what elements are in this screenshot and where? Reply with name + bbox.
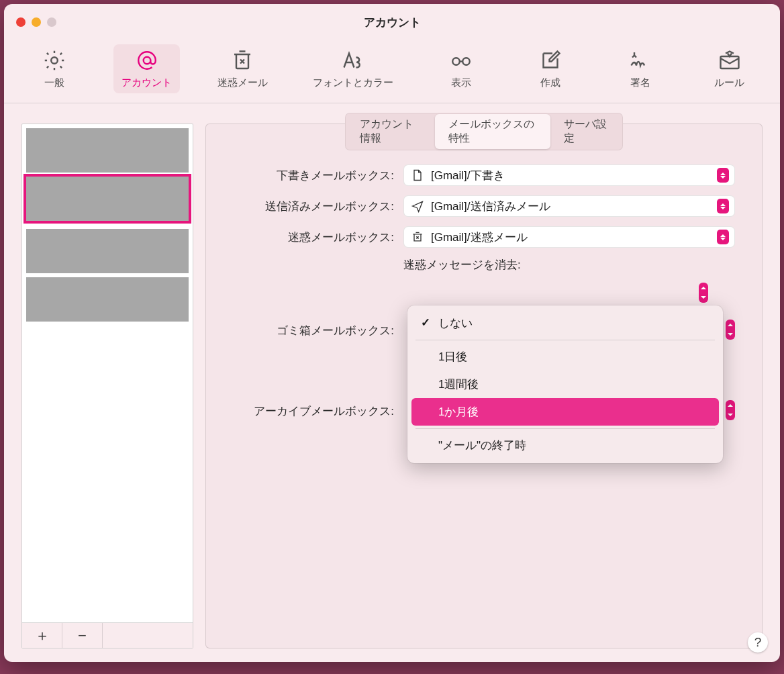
- sent-popup[interactable]: [Gmail]/送信済みメール: [403, 195, 735, 217]
- sidebar-footer-spacer: [103, 623, 193, 648]
- tab-account-info[interactable]: アカウント情報: [346, 114, 435, 149]
- toolbar-composing[interactable]: 作成: [520, 44, 581, 93]
- help-button[interactable]: ?: [748, 632, 768, 653]
- signature-icon: [628, 48, 652, 73]
- account-row[interactable]: [26, 177, 189, 221]
- menu-item-1week[interactable]: 1週間後: [411, 371, 719, 398]
- toolbar-label: ルール: [714, 77, 744, 89]
- svg-point-0: [51, 57, 58, 64]
- gear-icon: [42, 48, 66, 73]
- svg-point-1: [144, 57, 151, 64]
- toolbar-junk[interactable]: 迷惑メール: [209, 44, 276, 93]
- account-row[interactable]: [26, 229, 189, 273]
- tab-mailbox-behaviors[interactable]: メールボックスの特性: [435, 114, 550, 149]
- menu-item-never[interactable]: しない: [411, 309, 719, 337]
- account-tabs: アカウント情報 メールボックスの特性 サーバ設定: [345, 113, 623, 150]
- chevron-updown-icon: [717, 168, 729, 183]
- archive-label: アーカイブメールボックス:: [219, 403, 394, 419]
- toolbar-label: 作成: [540, 77, 560, 89]
- trash-label: ゴミ箱メールボックス:: [219, 323, 394, 338]
- fonts-icon: [341, 48, 365, 73]
- sent-row: 送信済みメールボックス: [Gmail]/送信済みメール: [219, 195, 735, 217]
- account-row[interactable]: [26, 277, 189, 322]
- svg-point-3: [462, 58, 470, 65]
- menu-item-on-quit[interactable]: "メール"の終了時: [411, 432, 719, 459]
- junk-popup[interactable]: [Gmail]/迷惑メール: [403, 226, 735, 248]
- accounts-sidebar: ＋ −: [21, 124, 193, 648]
- toolbar-viewing[interactable]: 表示: [431, 44, 491, 93]
- trash-popup[interactable]: [726, 320, 735, 340]
- menu-item-1day[interactable]: 1日後: [411, 343, 719, 371]
- toolbar-signatures[interactable]: 署名: [610, 44, 671, 93]
- junk-row: 迷惑メールボックス: [Gmail]/迷惑メール: [219, 226, 735, 248]
- rules-icon: [718, 48, 742, 73]
- archive-popup[interactable]: [726, 400, 735, 420]
- junk-icon: [411, 230, 424, 244]
- drafts-popup[interactable]: [Gmail]/下書き: [403, 164, 735, 186]
- sidebar-footer: ＋ −: [22, 622, 193, 648]
- toolbar-fonts[interactable]: フォントとカラー: [305, 44, 401, 93]
- preferences-toolbar: 一般 アカウント 迷惑メール フォントとカラー 表示: [4, 40, 780, 103]
- junk-erase-row: [219, 282, 735, 303]
- drafts-row: 下書きメールボックス: [Gmail]/下書き: [219, 164, 735, 186]
- toolbar-label: 表示: [451, 77, 471, 89]
- add-account-button[interactable]: ＋: [22, 623, 62, 648]
- junk-value: [Gmail]/迷惑メール: [431, 230, 710, 245]
- toolbar-general[interactable]: 一般: [24, 44, 85, 93]
- chevron-updown-icon: [717, 199, 729, 213]
- at-sign-icon: [135, 48, 159, 73]
- toolbar-label: 署名: [630, 77, 650, 89]
- junk-label: 迷惑メールボックス:: [219, 230, 394, 245]
- accounts-list[interactable]: [22, 124, 193, 622]
- menu-item-1month[interactable]: 1か月後: [411, 398, 719, 426]
- toolbar-accounts[interactable]: アカウント: [113, 44, 180, 93]
- junk-erase-popup[interactable]: [699, 283, 708, 303]
- junk-erase-label: 迷惑メッセージを消去:: [403, 257, 735, 273]
- chevron-updown-icon: [717, 230, 729, 244]
- svg-point-2: [452, 58, 460, 65]
- account-row[interactable]: [26, 128, 189, 173]
- paperplane-icon: [411, 199, 424, 213]
- sent-label: 送信済みメールボックス:: [219, 199, 394, 214]
- svg-rect-4: [720, 56, 738, 68]
- toolbar-rules[interactable]: ルール: [699, 44, 760, 93]
- junk-bin-icon: [230, 48, 254, 73]
- menu-separator: [415, 428, 715, 429]
- toolbar-label: 迷惑メール: [217, 77, 268, 89]
- drafts-value: [Gmail]/下書き: [431, 168, 710, 183]
- compose-icon: [538, 48, 562, 73]
- junk-erase-menu: しない 1日後 1週間後 1か月後 "メール"の終了時: [407, 305, 723, 463]
- tab-server-settings[interactable]: サーバ設定: [550, 114, 622, 149]
- toolbar-label: アカウント: [121, 77, 172, 89]
- drafts-label: 下書きメールボックス:: [219, 168, 394, 183]
- titlebar: アカウント: [4, 4, 780, 40]
- toolbar-label: フォントとカラー: [313, 77, 393, 89]
- remove-account-button[interactable]: −: [62, 623, 103, 648]
- menu-separator: [415, 340, 715, 340]
- glasses-icon: [449, 48, 473, 73]
- toolbar-label: 一般: [44, 77, 64, 89]
- document-icon: [411, 168, 424, 182]
- window-title: アカウント: [4, 15, 780, 30]
- sent-value: [Gmail]/送信済みメール: [431, 199, 710, 214]
